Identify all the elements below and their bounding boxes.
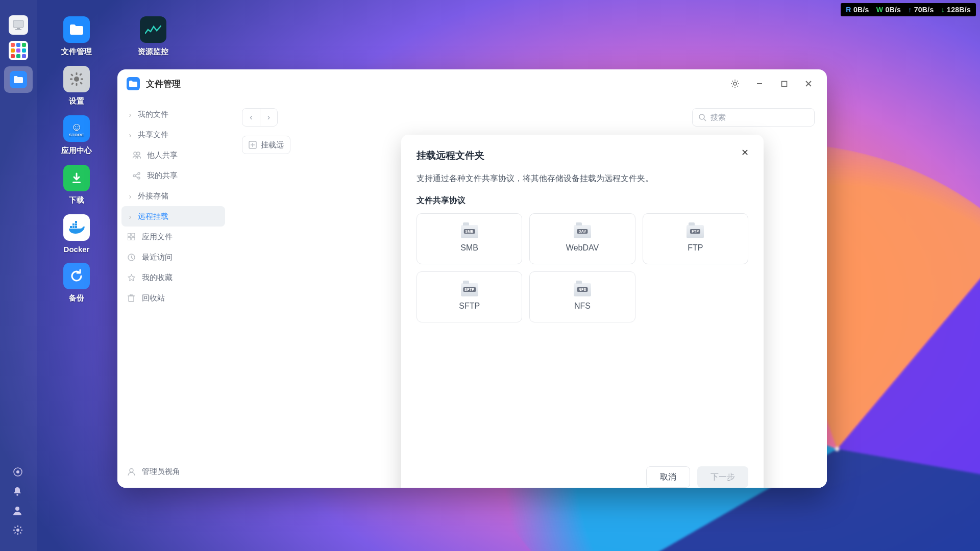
svg-line-15 xyxy=(15,532,16,533)
trash-icon xyxy=(128,294,137,302)
toolbar: ‹ › 搜索 xyxy=(230,106,827,129)
net-write: 0B/s xyxy=(876,6,901,14)
nav-forward-button[interactable]: › xyxy=(260,109,277,126)
svg-rect-22 xyxy=(70,73,74,77)
desktop-app-label: Docker xyxy=(64,245,90,254)
download-icon xyxy=(63,165,90,191)
chevron-right-icon: › xyxy=(128,192,133,201)
next-button[interactable]: 下一步 xyxy=(697,466,748,488)
store-icon: ☺STORE xyxy=(63,115,90,142)
svg-point-54 xyxy=(699,114,704,119)
desktop-app-label: 文件管理 xyxy=(61,47,92,57)
modal-close-button[interactable]: ✕ xyxy=(737,145,752,160)
window-minimize-button[interactable] xyxy=(750,74,769,93)
sidebar-item-回收站[interactable]: 回收站 xyxy=(121,288,225,308)
desktop-app-label: 应用中心 xyxy=(61,146,92,156)
svg-point-5 xyxy=(16,470,19,473)
svg-point-39 xyxy=(137,152,140,155)
svg-point-53 xyxy=(130,468,133,472)
chevron-right-icon: › xyxy=(128,212,133,221)
sidebar-item-他人共享[interactable]: 他人共享 xyxy=(121,145,225,165)
svg-point-6 xyxy=(16,494,18,496)
svg-rect-27 xyxy=(70,226,72,228)
protocol-folder-icon: DAV xyxy=(574,225,591,238)
desktop-app-backup[interactable]: 备份 xyxy=(46,263,107,303)
sidebar-item-远程挂载[interactable]: ›远程挂载 xyxy=(121,206,225,227)
dock-item-launcher[interactable] xyxy=(9,41,28,60)
chart-icon xyxy=(140,16,166,43)
file-manager-window: 文件管理 ›我的文件›共享文件他人共享我的共享›外接存储›远程挂载应用文件最近访… xyxy=(117,69,827,488)
protocol-option-sftp[interactable]: SFTPSFTP xyxy=(416,271,522,322)
cancel-button[interactable]: 取消 xyxy=(646,466,690,488)
dock-item-file-manager-active[interactable] xyxy=(4,66,33,93)
sidebar-item-label: 应用文件 xyxy=(142,232,173,242)
protocol-option-ftp[interactable]: FTPFTP xyxy=(643,213,748,264)
clock-icon xyxy=(128,254,137,261)
svg-line-44 xyxy=(135,176,138,178)
sidebar-item-我的收藏[interactable]: 我的收藏 xyxy=(121,267,225,288)
window-maximize-button[interactable] xyxy=(775,74,793,93)
titlebar[interactable]: 文件管理 xyxy=(117,69,827,98)
protocol-option-smb[interactable]: SMBSMB xyxy=(416,213,522,264)
search-icon xyxy=(699,114,706,121)
protocol-folder-icon: FTP xyxy=(687,225,704,238)
desktop-app-monitor[interactable]: 资源监控 xyxy=(122,16,184,57)
sidebar-item-label: 他人共享 xyxy=(147,151,178,160)
svg-rect-50 xyxy=(129,296,134,302)
svg-rect-19 xyxy=(76,83,78,86)
search-input[interactable]: 搜索 xyxy=(692,108,815,127)
svg-rect-48 xyxy=(132,237,135,240)
desktop-app-store[interactable]: ☺STORE 应用中心 xyxy=(46,115,107,156)
protocol-label: FTP xyxy=(688,243,703,253)
sidebar-item-应用文件[interactable]: 应用文件 xyxy=(121,227,225,247)
svg-rect-20 xyxy=(70,79,72,80)
mount-remote-modal: 挂载远程文件夹 ✕ 支持通过各种文件共享协议，将其他存储设备挂载为远程文件夹。 … xyxy=(401,135,764,488)
svg-rect-32 xyxy=(75,221,77,223)
dock-item-desktop[interactable] xyxy=(9,15,28,35)
sidebar-item-我的共享[interactable]: 我的共享 xyxy=(121,165,225,186)
desktop-app-file-manager[interactable]: 文件管理 xyxy=(46,16,107,57)
protocol-grid: SMBSMBDAVWebDAVFTPFTPSFTPSFTPNFSNFS xyxy=(416,213,748,322)
sidebar-item-共享文件[interactable]: ›共享文件 xyxy=(121,124,225,145)
desktop-app-docker[interactable]: Docker xyxy=(46,214,107,254)
content-area: ‹ › 搜索 挂载远 挂载远程文件夹 ✕ 支持通过各种文件共享协议，将其他存储设… xyxy=(230,98,827,488)
svg-rect-35 xyxy=(781,81,787,86)
svg-point-17 xyxy=(74,77,79,82)
star-icon xyxy=(128,274,137,282)
svg-point-8 xyxy=(16,529,19,532)
gear-icon xyxy=(63,66,90,92)
svg-rect-47 xyxy=(128,237,131,240)
chevron-right-icon: › xyxy=(128,131,133,139)
desktop-app-label: 下载 xyxy=(69,195,84,205)
svg-rect-31 xyxy=(75,223,77,226)
modal-description: 支持通过各种文件共享协议，将其他存储设备挂载为远程文件夹。 xyxy=(416,173,748,184)
window-close-button[interactable] xyxy=(799,74,818,93)
svg-line-14 xyxy=(20,532,21,533)
sidebar-item-label: 回收站 xyxy=(142,293,165,303)
protocol-option-webdav[interactable]: DAVWebDAV xyxy=(529,213,635,264)
dock-settings-icon[interactable] xyxy=(13,525,23,536)
nav-buttons: ‹ › xyxy=(242,108,278,127)
svg-point-38 xyxy=(134,152,137,155)
sidebar-item-label: 我的文件 xyxy=(138,110,168,119)
dock-status-icon[interactable] xyxy=(13,467,23,478)
dock-notification-icon[interactable] xyxy=(13,487,23,497)
sidebar-item-label: 我的收藏 xyxy=(142,273,173,283)
mount-remote-chip[interactable]: 挂载远 xyxy=(242,136,290,154)
svg-rect-46 xyxy=(132,233,135,236)
sidebar-item-外接存储[interactable]: ›外接存储 xyxy=(121,186,225,206)
sidebar: ›我的文件›共享文件他人共享我的共享›外接存储›远程挂载应用文件最近访问我的收藏… xyxy=(117,98,230,488)
protocol-option-nfs[interactable]: NFSNFS xyxy=(529,271,635,322)
sidebar-item-我的文件[interactable]: ›我的文件 xyxy=(121,104,225,124)
desktop-app-download[interactable]: 下载 xyxy=(46,165,107,205)
sidebar-item-最近访问[interactable]: 最近访问 xyxy=(121,247,225,267)
desktop-app-settings[interactable]: 设置 xyxy=(46,66,107,106)
svg-line-16 xyxy=(20,527,21,528)
nav-back-button[interactable]: ‹ xyxy=(242,109,260,126)
window-title: 文件管理 xyxy=(146,78,181,90)
sidebar-admin-view[interactable]: 管理员视角 xyxy=(121,461,225,482)
window-settings-button[interactable] xyxy=(726,74,744,93)
svg-point-42 xyxy=(138,177,140,179)
dock-user-icon[interactable] xyxy=(13,506,23,516)
protocol-folder-icon: NFS xyxy=(574,283,591,296)
